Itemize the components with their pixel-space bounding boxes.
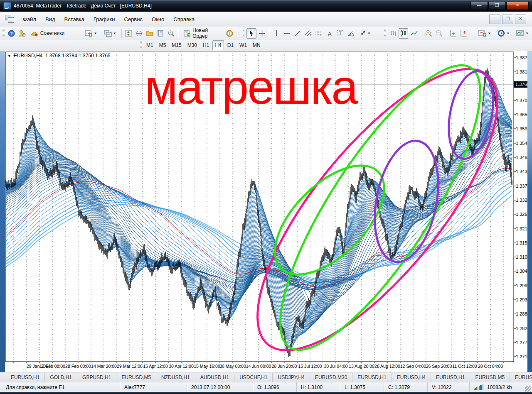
time-axis-label: 14 Jun 00:00 xyxy=(246,364,271,369)
horizontal-line-tool[interactable] xyxy=(282,28,292,39)
vertical-line-tool[interactable] xyxy=(271,28,281,39)
chart-tab-bar: EURUSD,H1GOLD,H1GBPUSD,H1EURUSD,M5NZDUSD… xyxy=(0,372,532,382)
market-watch-icon[interactable] xyxy=(123,28,133,39)
chart-tab[interactable]: EURUSD,H1 xyxy=(352,373,392,382)
timeframe-button[interactable]: M30 xyxy=(185,40,200,50)
moving-average-line xyxy=(6,121,512,322)
chart-symbol-label[interactable]: ▼EURUSD,H4 1.3768 1.3784 1.3750 1.3765 xyxy=(7,53,111,59)
menu-item[interactable]: Графики xyxy=(89,13,120,25)
terminal-icon xyxy=(5,15,14,23)
mdi-minimize-button[interactable]: ─ xyxy=(489,15,500,24)
window-frame-right[interactable] xyxy=(527,51,532,392)
candlestick-chart-type[interactable] xyxy=(399,28,409,39)
app-icon xyxy=(3,2,11,10)
chart-tab[interactable]: EURUSD,H1 xyxy=(431,373,470,382)
line-chart-type[interactable] xyxy=(409,28,419,39)
time-axis-label: 30 Jul 04:00 xyxy=(324,364,347,369)
timeframe-button[interactable]: MN xyxy=(250,40,263,50)
menu-item[interactable]: Вид xyxy=(41,13,60,25)
moving-average-line xyxy=(6,120,512,323)
terminal-journal-icon[interactable] xyxy=(155,28,165,39)
help-icon[interactable]: ? xyxy=(7,28,17,39)
chart-tab[interactable]: EURUSD,M30 xyxy=(310,373,352,382)
moving-average-line xyxy=(6,117,512,326)
timeframe-button[interactable]: W1 xyxy=(237,40,249,50)
mdi-restore-button[interactable]: ❐ xyxy=(502,15,513,24)
dropdown-arrow: ▼ xyxy=(525,32,529,35)
experts-settings-icon[interactable] xyxy=(17,28,27,39)
templates-button[interactable]: ▼ xyxy=(513,28,532,39)
chart-tab[interactable]: USDJPY,H4 xyxy=(273,373,310,382)
equidistant-channel-tool[interactable]: E xyxy=(303,28,313,39)
text-tool[interactable]: A xyxy=(325,28,335,39)
toolbar-grip[interactable] xyxy=(243,29,245,37)
data-window-icon[interactable] xyxy=(134,28,144,39)
window-title: 4670054: MetaTrader - Teletrade - Демо С… xyxy=(14,3,152,9)
metaeditor-warning-icon[interactable]: ! xyxy=(225,28,235,39)
dropdown-arrow: ▼ xyxy=(113,32,116,35)
chart-tab[interactable]: GBPUSD,H1 xyxy=(77,373,116,382)
fibo-fan-tool[interactable]: F xyxy=(346,28,356,39)
zoom-in-icon[interactable] xyxy=(424,28,433,39)
moving-average-line xyxy=(6,117,512,327)
resize-grip[interactable] xyxy=(525,386,531,392)
timeframe-button[interactable]: M1 xyxy=(144,40,156,50)
chart-tab[interactable]: AUDUSD,H1 xyxy=(195,373,234,382)
timeframe-button[interactable]: D1 xyxy=(225,40,236,50)
arrows-tool[interactable]: ▼ xyxy=(357,28,374,39)
trendline-tool[interactable] xyxy=(293,28,303,39)
navigator-icon[interactable] xyxy=(145,28,155,39)
time-axis-label: 15 Jul 12:00 xyxy=(298,364,322,369)
toolbar-grip[interactable] xyxy=(140,41,142,49)
menu-item[interactable]: Окно xyxy=(147,13,169,25)
chart-tab[interactable]: EURUSD,M5 xyxy=(470,373,510,382)
new-order-button[interactable]: Новый Ордер xyxy=(180,28,224,39)
strategy-tester-icon[interactable] xyxy=(166,28,176,39)
zoom-out-icon[interactable] xyxy=(434,28,444,39)
moving-average-line xyxy=(6,130,512,308)
svg-text:T: T xyxy=(339,31,342,36)
chart-tab[interactable]: EURUSD,H4 xyxy=(392,373,431,382)
menu-bar: ФайлВидВставкаГрафикиСервисОкноСправка ─… xyxy=(0,12,532,27)
timeframe-button[interactable]: M15 xyxy=(169,40,184,50)
close-button[interactable]: ✕ xyxy=(506,2,529,10)
menu-item[interactable]: Справка xyxy=(169,13,199,25)
fibonacci-tool[interactable]: F xyxy=(314,28,324,39)
toolbar-grip[interactable] xyxy=(384,29,386,37)
time-axis-label: 28 Jun 20:00 xyxy=(272,364,297,369)
timeframe-button[interactable]: H4 xyxy=(212,40,224,50)
timeframe-button[interactable]: M5 xyxy=(157,40,169,50)
connection-bars-icon xyxy=(474,384,484,390)
chart-tab[interactable]: EURUSD,M5 xyxy=(116,373,156,382)
auto-scroll-icon[interactable] xyxy=(448,28,458,39)
bar-chart-type[interactable] xyxy=(388,28,398,39)
mdi-close-button[interactable]: ✕ xyxy=(515,15,526,24)
status-account[interactable]: Alex7777 xyxy=(120,382,187,392)
chart-tab[interactable]: GOLD,H1 xyxy=(45,373,77,382)
cursor-tool[interactable] xyxy=(246,28,256,39)
toolbar: ? Советники ▼ ▼ Новый Ордер ! E F A T xyxy=(0,27,532,40)
toolbar-grip[interactable] xyxy=(2,29,5,37)
chart-area[interactable]: 29 Jan 201313 Feb 08:0028 Feb 00:0014 Ma… xyxy=(0,51,532,372)
periods-button[interactable]: ▼ xyxy=(495,28,512,39)
time-axis-label: 15 Apr 12:00 xyxy=(143,364,168,369)
maximize-button[interactable]: ❐ xyxy=(488,2,506,10)
menu-item[interactable]: Вставка xyxy=(60,13,89,25)
timeframe-button[interactable]: H1 xyxy=(200,40,212,50)
minimize-button[interactable]: — xyxy=(470,2,488,10)
chart-tab[interactable]: EURUSD,M1 xyxy=(510,373,532,382)
window-frame-left xyxy=(0,51,5,392)
chart-tab[interactable]: EURUSD,H1 xyxy=(6,373,45,382)
chart-tab[interactable]: USDCHF,H1 xyxy=(234,373,273,382)
svg-text:E: E xyxy=(310,34,312,37)
text-label-tool[interactable]: T xyxy=(335,28,345,39)
indicators-button[interactable]: ▼ xyxy=(475,28,494,39)
chart-tab[interactable]: NZDUSD,H1 xyxy=(156,373,195,382)
menu-item[interactable]: Сервис xyxy=(120,13,148,25)
crosshair-tool[interactable] xyxy=(257,28,267,39)
advisors-button[interactable]: Советники xyxy=(28,28,68,39)
chart-shift-icon[interactable] xyxy=(459,28,469,39)
profiles-button[interactable]: ▼ xyxy=(101,28,119,39)
menu-item[interactable]: Файл xyxy=(18,13,41,25)
new-chart-button[interactable]: ▼ xyxy=(82,28,100,39)
